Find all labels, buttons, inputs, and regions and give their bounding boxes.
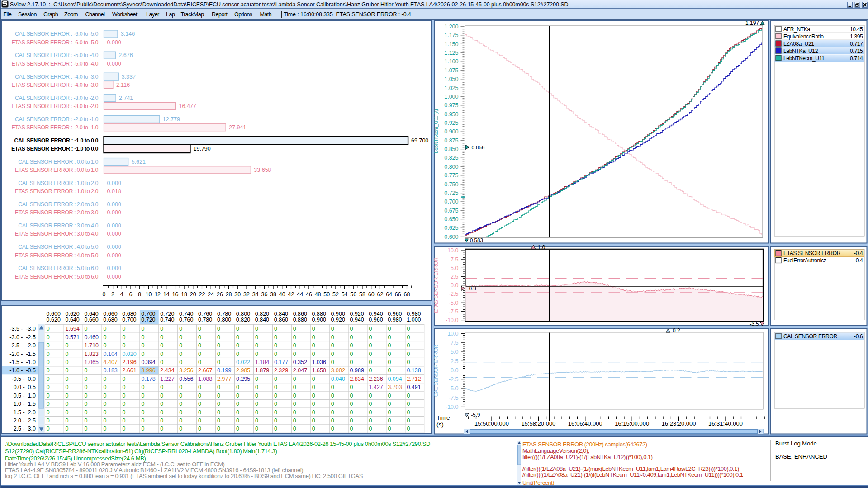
svg-text:0.900: 0.900 — [312, 317, 326, 323]
svg-text:3.703: 3.703 — [388, 384, 402, 390]
svg-text:0: 0 — [141, 326, 144, 332]
svg-text:EquivalenceRatio: EquivalenceRatio — [783, 33, 824, 40]
svg-text:0: 0 — [85, 401, 88, 407]
svg-text:0.352: 0.352 — [293, 359, 307, 365]
svg-text:0: 0 — [369, 342, 372, 349]
svg-text:0: 0 — [255, 401, 258, 407]
svg-text:0: 0 — [104, 334, 107, 341]
svg-text:0: 0 — [104, 393, 107, 399]
svg-text:0.940: 0.940 — [350, 317, 364, 323]
svg-text:0: 0 — [217, 351, 220, 357]
svg-text:0: 0 — [122, 417, 125, 424]
svg-text:1.150: 1.150 — [444, 41, 458, 47]
svg-text:0: 0 — [388, 359, 391, 365]
svg-text:0: 0 — [255, 326, 258, 332]
svg-text:16:15:00.000: 16:15:00.000 — [615, 420, 649, 427]
svg-text:0: 0 — [312, 393, 315, 399]
svg-text:5.621: 5.621 — [132, 159, 146, 165]
svg-text:0: 0 — [274, 393, 277, 399]
svg-text:0.950: 0.950 — [444, 111, 458, 118]
svg-text:LZA08a_U21: LZA08a_U21 — [783, 41, 814, 47]
svg-text:0.760: 0.760 — [198, 311, 212, 317]
svg-text:0: 0 — [47, 351, 50, 357]
svg-text:0: 0 — [407, 342, 410, 349]
svg-text:0: 0 — [350, 393, 353, 399]
svg-text:0.860: 0.860 — [274, 317, 288, 323]
svg-text:0: 0 — [293, 334, 296, 341]
svg-text:28: 28 — [226, 291, 232, 298]
svg-text:0.980: 0.980 — [407, 311, 421, 317]
svg-text:0: 0 — [122, 401, 125, 407]
svg-text:0: 0 — [388, 417, 391, 424]
svg-text:0: 0 — [350, 417, 353, 424]
svg-text:0: 0 — [274, 417, 277, 424]
svg-text:0: 0 — [407, 426, 410, 432]
svg-text:0.860: 0.860 — [293, 311, 307, 317]
svg-text:-3.0 - -2.5: -3.0 - -2.5 — [9, 334, 36, 341]
svg-text:LebNTKecm_U11: LebNTKecm_U11 — [783, 55, 825, 62]
svg-text:1.5 - 2.0: 1.5 - 2.0 — [14, 409, 36, 416]
svg-text:0.138: 0.138 — [407, 367, 421, 374]
svg-text:-5.9: -5.9 — [471, 412, 480, 417]
svg-text:0.725: 0.725 — [444, 190, 458, 196]
svg-text:CAL SENSOR ERROR : -3.0 to -2.: CAL SENSOR ERROR : -3.0 to -2.0 — [15, 95, 99, 101]
svg-text:-10.0: -10.0 — [446, 404, 459, 410]
svg-text:0: 0 — [179, 334, 182, 341]
svg-text:2.5 - 3.0: 2.5 - 3.0 — [14, 426, 36, 432]
svg-text:LebNTKecm_U11 (λ): LebNTKecm_U11 (λ) — [433, 109, 439, 153]
svg-text:1.036: 1.036 — [312, 359, 326, 365]
svg-text:4.407: 4.407 — [104, 359, 118, 365]
svg-text:0: 0 — [350, 351, 353, 357]
svg-text:0: 0 — [47, 334, 50, 341]
svg-text:0: 0 — [179, 351, 182, 357]
svg-text:44: 44 — [297, 291, 303, 298]
svg-text:0: 0 — [179, 359, 182, 365]
svg-text:24: 24 — [208, 291, 214, 298]
svg-text:34: 34 — [252, 291, 259, 298]
svg-text:0: 0 — [160, 384, 163, 390]
svg-text:0: 0 — [312, 384, 315, 390]
svg-text:0: 0 — [217, 334, 220, 341]
svg-text:5.0: 5.0 — [451, 265, 458, 271]
svg-text:1.184: 1.184 — [255, 359, 269, 365]
svg-text:1.100: 1.100 — [444, 58, 458, 65]
svg-text:0: 0 — [388, 393, 391, 399]
svg-text:0.571: 0.571 — [66, 334, 80, 341]
svg-text:36: 36 — [261, 291, 267, 298]
svg-text:0: 0 — [350, 426, 353, 432]
svg-text:0: 0 — [312, 342, 315, 349]
svg-text:0: 0 — [388, 326, 391, 332]
svg-text:0: 0 — [179, 426, 182, 432]
svg-text:0: 0 — [407, 326, 410, 332]
svg-text:0.640: 0.640 — [84, 311, 98, 317]
svg-text:0: 0 — [47, 376, 50, 382]
svg-text:0: 0 — [293, 384, 296, 390]
svg-text:0: 0 — [160, 351, 163, 357]
svg-text:2.661: 2.661 — [122, 367, 136, 374]
svg-text:-2.5: -2.5 — [449, 376, 459, 383]
svg-text:CAL SENSOR ERROR: CAL SENSOR ERROR — [783, 333, 837, 340]
svg-text:0.000: 0.000 — [107, 39, 121, 46]
svg-text:12: 12 — [154, 291, 161, 298]
svg-text:0.018: 0.018 — [107, 188, 121, 194]
svg-text:0: 0 — [331, 334, 334, 341]
svg-text:0: 0 — [85, 367, 88, 374]
svg-text:0.960: 0.960 — [388, 311, 402, 317]
svg-text:68: 68 — [404, 291, 410, 298]
svg-text:0: 0 — [369, 401, 372, 407]
svg-text:0: 0 — [141, 417, 144, 424]
svg-text:CAL SENSOR ERROR : 0.0 to 1.0: CAL SENSOR ERROR : 0.0 to 1.0 — [18, 159, 98, 165]
svg-text:10.45: 10.45 — [850, 26, 863, 33]
svg-text:0.178: 0.178 — [141, 376, 155, 382]
svg-text:0: 0 — [198, 326, 201, 332]
svg-text:0: 0 — [331, 326, 334, 332]
svg-text:0: 0 — [369, 367, 372, 374]
svg-text:6: 6 — [129, 291, 133, 298]
svg-text:0: 0 — [369, 426, 372, 432]
svg-text:0: 0 — [312, 326, 315, 332]
svg-text:0: 0 — [274, 376, 277, 382]
svg-text:2.329: 2.329 — [274, 367, 288, 374]
svg-text:0.880: 0.880 — [293, 317, 307, 323]
svg-text:0.975: 0.975 — [444, 102, 458, 109]
svg-text:0: 0 — [141, 351, 144, 357]
